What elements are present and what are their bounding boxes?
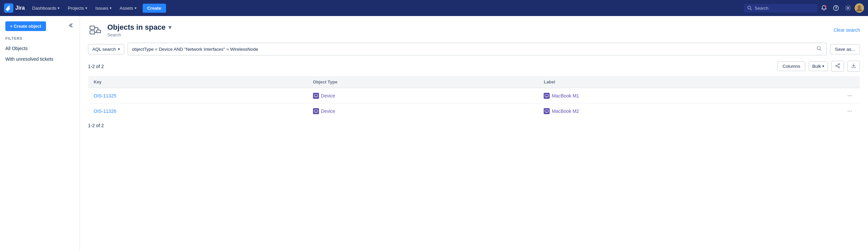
chevron-down-icon: ▾ [110, 6, 112, 10]
bell-icon [821, 5, 827, 11]
jira-logo[interactable]: Jira [4, 3, 25, 13]
svg-point-8 [858, 5, 861, 9]
bulk-button[interactable]: Bulk ▾ [809, 61, 828, 71]
columns-button[interactable]: Columns [777, 61, 805, 71]
table-row: OIS-11325 [88, 88, 860, 104]
avatar-image [855, 3, 864, 13]
sidebar-top: + Create object [0, 21, 80, 36]
chevron-down-icon: ▾ [85, 6, 87, 10]
key-link-0[interactable]: OIS-11325 [94, 93, 116, 99]
search-placeholder: Search [755, 6, 768, 11]
label-link-1[interactable]: MacBook M2 [544, 108, 835, 114]
label-type-icon-0 [544, 93, 550, 99]
help-icon [833, 5, 839, 11]
key-link-1[interactable]: OIS-11326 [94, 109, 116, 114]
col-actions [840, 76, 860, 88]
cell-more-0: ··· [840, 88, 860, 104]
create-object-button[interactable]: + Create object [5, 21, 46, 31]
help-button[interactable] [831, 3, 841, 13]
table-row: OIS-11326 [88, 104, 860, 119]
table-header-row: Key Object Type Label [88, 76, 860, 88]
results-count: 1-2 of 2 [88, 64, 774, 69]
device-type-icon-0 [313, 93, 319, 99]
cell-label-1: MacBook M2 [538, 104, 840, 119]
results-table: Key Object Type Label OIS-11325 [88, 76, 860, 119]
svg-point-4 [834, 6, 839, 11]
filters-label: FILTERS [0, 36, 80, 43]
share-icon [835, 63, 840, 68]
sidebar-item-all-objects[interactable]: All Objects [0, 43, 80, 54]
page-subtitle: Search [107, 32, 829, 37]
col-label: Label [538, 76, 840, 88]
nav-projects[interactable]: Projects ▾ [64, 4, 91, 13]
svg-rect-31 [545, 110, 548, 112]
cell-label-0: MacBook M1 [538, 88, 840, 104]
results-toolbar: 1-2 of 2 Columns Bulk ▾ [88, 61, 860, 72]
device-type-icon-1 [313, 108, 319, 114]
content-card: Objects in space ▾ Search Clear search A… [80, 16, 868, 251]
settings-button[interactable] [843, 3, 853, 13]
col-key: Key [88, 76, 308, 88]
objects-icon [88, 23, 103, 37]
sidebar-item-unresolved-tickets[interactable]: With unresolved tickets [0, 54, 80, 64]
title-chevron-icon[interactable]: ▾ [168, 24, 171, 31]
svg-line-20 [837, 64, 838, 65]
notifications-button[interactable] [819, 3, 829, 13]
page-title: Objects in space ▾ [107, 23, 829, 32]
bulk-chevron-icon: ▾ [822, 64, 824, 68]
gear-icon [845, 5, 851, 11]
sidebar: + Create object FILTERS All Objects With… [0, 16, 80, 251]
app-body: + Create object FILTERS All Objects With… [0, 16, 868, 251]
search-icon [747, 6, 752, 10]
label-type-icon-1 [544, 108, 550, 114]
export-icon [851, 63, 856, 68]
clear-search-button[interactable]: Clear search [834, 27, 860, 33]
aql-search-dropdown[interactable]: AQL search ▾ [88, 44, 124, 54]
row-more-button-0[interactable]: ··· [845, 91, 854, 100]
svg-line-2 [750, 9, 752, 10]
svg-rect-28 [314, 110, 318, 112]
aql-chevron-icon: ▾ [118, 47, 120, 51]
create-button[interactable]: Create [143, 4, 166, 13]
share-button[interactable] [831, 61, 844, 72]
label-link-0[interactable]: MacBook M1 [544, 93, 835, 99]
nav-issues[interactable]: Issues ▾ [92, 4, 115, 13]
svg-point-5 [836, 9, 836, 10]
svg-rect-25 [545, 94, 548, 97]
svg-rect-10 [90, 31, 95, 34]
results-area: 1-2 of 2 Columns Bulk ▾ [80, 61, 868, 136]
header-title-block: Objects in space ▾ Search [107, 23, 829, 37]
user-avatar[interactable] [855, 3, 864, 13]
svg-point-19 [838, 67, 840, 68]
export-button[interactable] [847, 61, 860, 72]
svg-point-3 [825, 5, 826, 7]
svg-line-16 [820, 49, 821, 50]
cell-key-1: OIS-11326 [88, 104, 308, 119]
nav-assets[interactable]: Assets ▾ [116, 4, 140, 13]
cell-key-0: OIS-11325 [88, 88, 308, 104]
search-bar[interactable]: Search [744, 4, 817, 12]
top-nav: Jira Dashboards ▾ Projects ▾ Issues ▾ As… [0, 0, 868, 16]
svg-point-17 [838, 63, 840, 65]
save-as-button[interactable]: Save as... [830, 44, 860, 54]
collapse-icon [68, 23, 73, 28]
main-content: Objects in space ▾ Search Clear search A… [80, 16, 868, 251]
cell-type-1: Device [308, 104, 539, 119]
chevron-down-icon: ▾ [135, 6, 137, 10]
svg-point-18 [836, 65, 837, 66]
search-input-row [128, 43, 827, 55]
aql-query-input[interactable] [132, 47, 813, 52]
svg-point-6 [847, 7, 849, 9]
search-submit-button[interactable] [816, 46, 822, 53]
logo-text: Jira [16, 5, 25, 11]
col-object-type: Object Type [308, 76, 539, 88]
search-icon [817, 46, 822, 51]
collapse-sidebar-button[interactable] [66, 21, 74, 31]
cell-type-0: Device [308, 88, 539, 104]
row-more-button-1[interactable]: ··· [845, 107, 854, 115]
content-header: Objects in space ▾ Search Clear search [80, 16, 868, 40]
nav-dashboards[interactable]: Dashboards ▾ [29, 4, 63, 13]
svg-rect-9 [90, 26, 95, 29]
footer-count: 1-2 of 2 [88, 123, 104, 128]
chevron-down-icon: ▾ [58, 6, 60, 10]
